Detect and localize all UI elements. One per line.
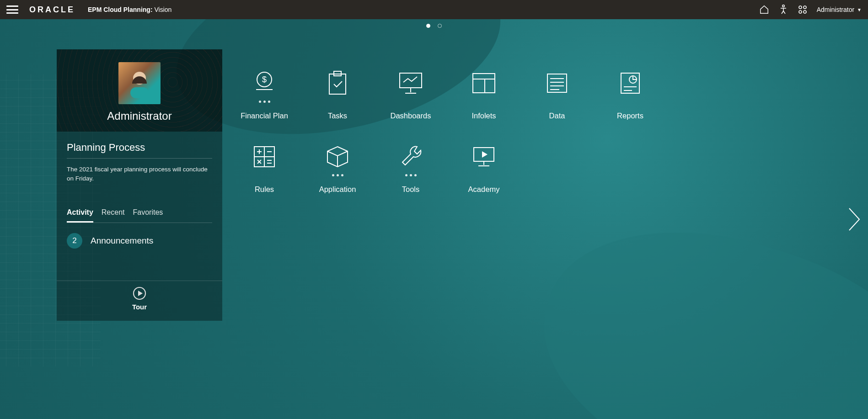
page-dot[interactable] bbox=[438, 24, 442, 28]
section-text: The 2021 fiscal year planning process wi… bbox=[67, 165, 212, 183]
page-indicator bbox=[426, 24, 442, 28]
next-page-arrow[interactable] bbox=[843, 201, 865, 238]
page-dot[interactable] bbox=[426, 24, 430, 28]
user-menu-label: Administrator bbox=[817, 6, 854, 13]
accessibility-icon[interactable] bbox=[777, 3, 790, 16]
cluster-label: Academy bbox=[468, 185, 500, 194]
tour-label[interactable]: Tour bbox=[57, 303, 222, 311]
user-menu[interactable]: Administrator ▼ bbox=[817, 6, 862, 13]
tab-recent[interactable]: Recent bbox=[102, 208, 125, 223]
cluster-label: Tools bbox=[402, 185, 420, 194]
cluster-label: Dashboards bbox=[391, 111, 431, 120]
username: Administrator bbox=[66, 110, 213, 122]
avatar bbox=[118, 62, 161, 104]
activity-item-announcements[interactable]: 2 Announcements bbox=[67, 233, 212, 249]
user-panel-footer: Tour bbox=[57, 281, 222, 321]
cluster-label: Reports bbox=[617, 111, 643, 120]
apps-grid-icon[interactable] bbox=[796, 3, 809, 16]
main-area: Administrator Planning Process The 2021 … bbox=[0, 19, 868, 419]
svg-rect-6 bbox=[130, 87, 149, 98]
count-badge: 2 bbox=[67, 233, 82, 249]
cube-icon bbox=[323, 142, 352, 171]
cluster-rules[interactable]: Rules bbox=[228, 142, 301, 194]
dollar-coin-icon: $ bbox=[250, 69, 279, 98]
panel-tabs: ActivityRecentFavorites bbox=[67, 208, 212, 223]
section-title: Planning Process bbox=[67, 142, 212, 154]
bg-shape bbox=[512, 188, 868, 419]
report-pie-icon bbox=[616, 69, 645, 98]
cluster-application[interactable]: Application bbox=[301, 142, 374, 194]
svg-rect-12 bbox=[329, 74, 346, 94]
cluster-label: Data bbox=[549, 111, 565, 120]
wrench-icon bbox=[396, 142, 425, 171]
play-monitor-icon bbox=[469, 142, 498, 171]
svg-marker-8 bbox=[138, 291, 143, 296]
layout-icon bbox=[469, 69, 498, 98]
presentation-chart-icon bbox=[396, 69, 425, 98]
cluster-dashboards[interactable]: Dashboards bbox=[374, 69, 447, 120]
caret-down-icon: ▼ bbox=[857, 7, 862, 12]
cluster-dots bbox=[332, 174, 343, 179]
oracle-logo: ORACLE bbox=[29, 5, 75, 15]
tab-activity[interactable]: Activity bbox=[67, 208, 93, 223]
cluster-label: Application bbox=[319, 185, 356, 194]
svg-text:$: $ bbox=[262, 75, 267, 84]
user-panel-header: Administrator bbox=[57, 49, 222, 132]
svg-point-0 bbox=[782, 5, 784, 7]
cluster-infolets[interactable]: Infolets bbox=[447, 69, 520, 120]
cluster-label: Financial Plan bbox=[241, 111, 288, 120]
svg-marker-41 bbox=[482, 151, 488, 158]
cluster-data[interactable]: Data bbox=[520, 69, 594, 120]
user-panel: Administrator Planning Process The 2021 … bbox=[57, 49, 222, 321]
list-icon bbox=[542, 69, 572, 98]
activity-label: Announcements bbox=[91, 236, 153, 246]
top-bar: ORACLE EPM Cloud Planning: Vision Admini… bbox=[0, 0, 868, 19]
home-icon[interactable] bbox=[757, 3, 771, 16]
cluster-reports[interactable]: Reports bbox=[594, 69, 667, 120]
svg-point-1 bbox=[799, 6, 802, 9]
divider bbox=[67, 158, 212, 159]
cluster-label: Rules bbox=[255, 185, 274, 194]
clipboard-check-icon bbox=[323, 69, 352, 98]
cluster-academy[interactable]: Academy bbox=[447, 142, 520, 194]
play-icon[interactable] bbox=[133, 286, 146, 300]
cluster-label: Infolets bbox=[472, 111, 496, 120]
cluster-tools[interactable]: Tools bbox=[374, 142, 447, 194]
cluster-label: Tasks bbox=[328, 111, 347, 120]
svg-point-3 bbox=[799, 11, 802, 13]
cluster-tasks[interactable]: Tasks bbox=[301, 69, 374, 120]
cluster-financial-plan[interactable]: $Financial Plan bbox=[228, 69, 301, 120]
menu-icon[interactable] bbox=[6, 5, 18, 14]
svg-point-2 bbox=[804, 6, 806, 9]
tab-favorites[interactable]: Favorites bbox=[133, 208, 163, 223]
svg-point-4 bbox=[804, 11, 806, 13]
cluster-dots bbox=[405, 174, 417, 179]
calculator-icon bbox=[250, 142, 279, 171]
app-title: EPM Cloud Planning: Vision bbox=[88, 6, 171, 13]
cluster-dots bbox=[259, 101, 270, 105]
cluster-grid: $Financial PlanTasksDashboardsInfoletsDa… bbox=[228, 69, 667, 194]
svg-rect-17 bbox=[473, 74, 495, 93]
